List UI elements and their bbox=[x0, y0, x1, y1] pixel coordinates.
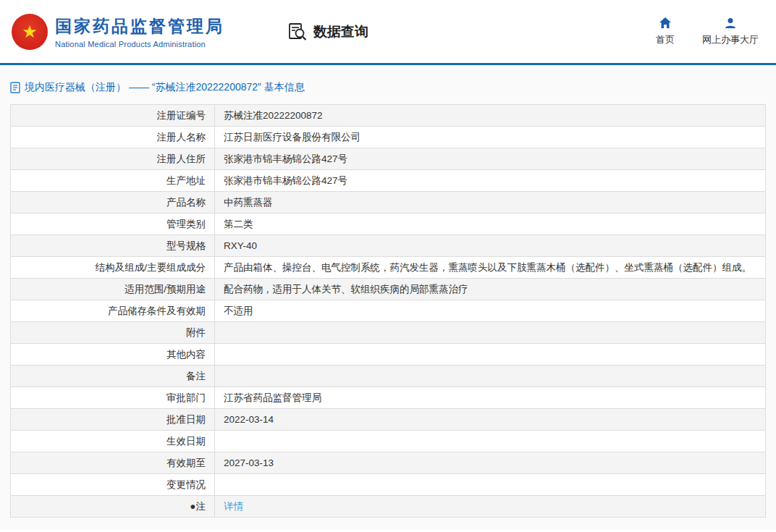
row-value: 不适用 bbox=[215, 300, 766, 322]
breadcrumb-text: 境内医疗器械（注册） —— “苏械注准20222200872” 基本信息 bbox=[25, 81, 305, 94]
row-label: ●注 bbox=[11, 496, 215, 518]
row-label: 审批部门 bbox=[11, 387, 215, 409]
nav-home[interactable]: 首页 bbox=[656, 17, 675, 46]
data-query-label: 数据查询 bbox=[313, 22, 368, 41]
table-row: 批准日期2022-03-14 bbox=[11, 409, 766, 431]
nav-data-query[interactable]: 数据查询 bbox=[288, 22, 368, 41]
registration-info-table: 注册证编号苏械注准20222200872注册人名称江苏日新医疗设备股份有限公司注… bbox=[10, 104, 766, 518]
site-header: ★ 国家药品监督管理局 National Medical Products Ad… bbox=[0, 0, 776, 65]
table-row: 注册证编号苏械注准20222200872 bbox=[11, 105, 766, 127]
org-name-cn: 国家药品监督管理局 bbox=[55, 15, 224, 38]
table-row: 备注 bbox=[11, 366, 766, 387]
row-value: 苏械注准20222200872 bbox=[215, 105, 766, 127]
row-label: 产品储存条件及有效期 bbox=[11, 300, 215, 322]
table-row: 适用范围/预期用途配合药物，适用于人体关节、软组织疾病的局部熏蒸治疗 bbox=[11, 279, 766, 300]
row-value: 江苏省药品监督管理局 bbox=[215, 387, 766, 409]
document-search-icon bbox=[288, 22, 308, 41]
nav-home-label: 首页 bbox=[656, 33, 675, 46]
table-row: 其他内容 bbox=[11, 344, 766, 366]
home-icon bbox=[659, 17, 672, 30]
row-label: 批准日期 bbox=[11, 409, 215, 431]
brand-text: 国家药品监督管理局 National Medical Products Admi… bbox=[55, 15, 224, 48]
row-label: 型号规格 bbox=[11, 235, 215, 257]
brand-logo[interactable]: ★ 国家药品监督管理局 National Medical Products Ad… bbox=[12, 14, 224, 50]
table-row: 注册人名称江苏日新医疗设备股份有限公司 bbox=[11, 127, 766, 148]
table-row: 产品名称中药熏蒸器 bbox=[11, 192, 766, 214]
row-value: 2022-03-14 bbox=[215, 409, 766, 431]
row-label: 生产地址 bbox=[11, 170, 215, 192]
row-value bbox=[215, 344, 766, 366]
row-label: 产品名称 bbox=[11, 192, 215, 214]
table-row: 附件 bbox=[11, 322, 766, 344]
row-label: 注册证编号 bbox=[11, 105, 215, 127]
table-row: 注册人住所张家港市锦丰杨锦公路427号 bbox=[11, 148, 766, 170]
row-value: 详情 bbox=[215, 496, 766, 518]
row-value bbox=[215, 366, 766, 387]
table-row: 生产地址张家港市锦丰杨锦公路427号 bbox=[11, 170, 766, 192]
header-nav: 首页 网上办事大厅 bbox=[656, 17, 759, 46]
row-label: 注册人名称 bbox=[11, 127, 215, 148]
row-value: 2027-03-13 bbox=[215, 452, 766, 474]
row-value: 产品由箱体、操控台、电气控制系统，药汽发生器，熏蒸喷头以及下肢熏蒸木桶（选配件）… bbox=[215, 257, 766, 279]
row-label: 有效期至 bbox=[11, 452, 215, 474]
table-row: 型号规格RXY-40 bbox=[11, 235, 766, 257]
table-row: 管理类别第二类 bbox=[11, 214, 766, 235]
row-label: 管理类别 bbox=[11, 214, 215, 235]
table-row: 审批部门江苏省药品监督管理局 bbox=[11, 387, 766, 409]
row-value: RXY-40 bbox=[215, 235, 766, 257]
row-value bbox=[215, 322, 766, 344]
row-value: 配合药物，适用于人体关节、软组织疾病的局部熏蒸治疗 bbox=[215, 279, 766, 300]
table-row: 产品储存条件及有效期不适用 bbox=[11, 300, 766, 322]
row-label: 附件 bbox=[11, 322, 215, 344]
nav-service-hall[interactable]: 网上办事大厅 bbox=[702, 17, 759, 46]
row-value bbox=[215, 474, 766, 496]
row-label: 适用范围/预期用途 bbox=[11, 279, 215, 300]
table-row: ●注详情 bbox=[11, 496, 766, 518]
table-row: 变更情况 bbox=[11, 474, 766, 496]
row-value: 张家港市锦丰杨锦公路427号 bbox=[215, 170, 766, 192]
org-name-en: National Medical Products Administration bbox=[55, 40, 224, 48]
row-value: 中药熏蒸器 bbox=[215, 192, 766, 214]
table-row: 有效期至2027-03-13 bbox=[11, 452, 766, 474]
row-label: 注册人住所 bbox=[11, 148, 215, 170]
row-label: 结构及组成/主要组成成分 bbox=[11, 257, 215, 279]
table-row: 结构及组成/主要组成成分产品由箱体、操控台、电气控制系统，药汽发生器，熏蒸喷头以… bbox=[11, 257, 766, 279]
row-label: 备注 bbox=[11, 366, 215, 387]
row-value bbox=[215, 431, 766, 452]
detail-link[interactable]: 详情 bbox=[224, 501, 243, 512]
table-row: 生效日期 bbox=[11, 431, 766, 452]
national-emblem-icon: ★ bbox=[12, 14, 48, 50]
main-content: 境内医疗器械（注册） —— “苏械注准20222200872” 基本信息 注册证… bbox=[0, 65, 776, 530]
row-value: 江苏日新医疗设备股份有限公司 bbox=[215, 127, 766, 148]
row-label: 生效日期 bbox=[11, 431, 215, 452]
breadcrumb: 境内医疗器械（注册） —— “苏械注准20222200872” 基本信息 bbox=[10, 81, 766, 94]
row-value: 张家港市锦丰杨锦公路427号 bbox=[215, 148, 766, 170]
row-value: 第二类 bbox=[215, 214, 766, 235]
nav-service-hall-label: 网上办事大厅 bbox=[702, 33, 759, 46]
document-icon bbox=[10, 82, 20, 93]
row-label: 其他内容 bbox=[11, 344, 215, 366]
user-icon bbox=[724, 17, 737, 30]
row-label: 变更情况 bbox=[11, 474, 215, 496]
